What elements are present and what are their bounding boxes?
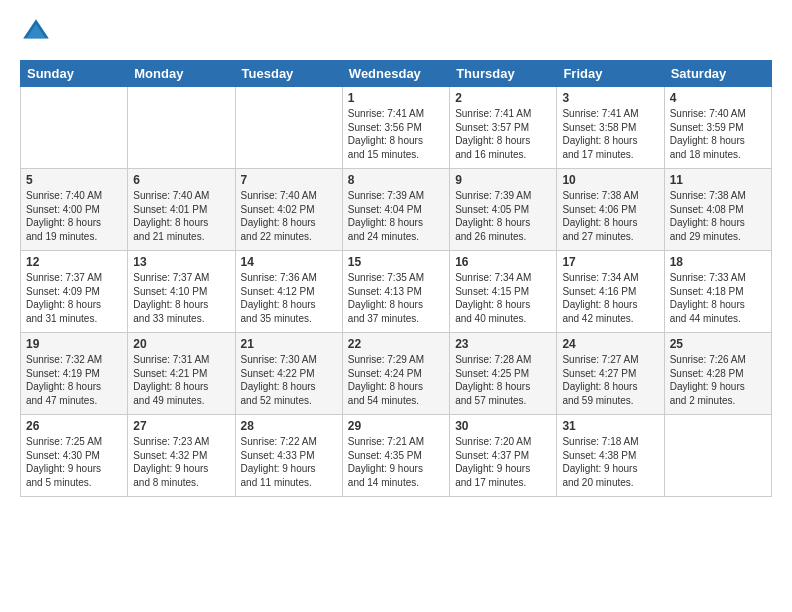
day-number: 19 (26, 337, 122, 351)
day-cell: 23Sunrise: 7:28 AM Sunset: 4:25 PM Dayli… (450, 333, 557, 415)
day-info: Sunrise: 7:40 AM Sunset: 4:01 PM Dayligh… (133, 189, 229, 243)
logo (20, 16, 56, 48)
day-number: 31 (562, 419, 658, 433)
day-info: Sunrise: 7:37 AM Sunset: 4:10 PM Dayligh… (133, 271, 229, 325)
day-number: 25 (670, 337, 766, 351)
day-number: 14 (241, 255, 337, 269)
day-info: Sunrise: 7:21 AM Sunset: 4:35 PM Dayligh… (348, 435, 444, 489)
calendar-table: SundayMondayTuesdayWednesdayThursdayFrid… (20, 60, 772, 497)
day-cell (128, 87, 235, 169)
day-cell: 4Sunrise: 7:40 AM Sunset: 3:59 PM Daylig… (664, 87, 771, 169)
day-number: 15 (348, 255, 444, 269)
day-cell: 17Sunrise: 7:34 AM Sunset: 4:16 PM Dayli… (557, 251, 664, 333)
week-row-1: 1Sunrise: 7:41 AM Sunset: 3:56 PM Daylig… (21, 87, 772, 169)
day-cell: 22Sunrise: 7:29 AM Sunset: 4:24 PM Dayli… (342, 333, 449, 415)
weekday-header-thursday: Thursday (450, 61, 557, 87)
day-info: Sunrise: 7:23 AM Sunset: 4:32 PM Dayligh… (133, 435, 229, 489)
logo-icon (20, 16, 52, 48)
day-number: 3 (562, 91, 658, 105)
day-number: 11 (670, 173, 766, 187)
day-number: 16 (455, 255, 551, 269)
day-cell: 18Sunrise: 7:33 AM Sunset: 4:18 PM Dayli… (664, 251, 771, 333)
day-cell: 1Sunrise: 7:41 AM Sunset: 3:56 PM Daylig… (342, 87, 449, 169)
day-info: Sunrise: 7:41 AM Sunset: 3:58 PM Dayligh… (562, 107, 658, 161)
day-cell: 12Sunrise: 7:37 AM Sunset: 4:09 PM Dayli… (21, 251, 128, 333)
day-number: 4 (670, 91, 766, 105)
day-number: 7 (241, 173, 337, 187)
day-number: 6 (133, 173, 229, 187)
day-number: 28 (241, 419, 337, 433)
day-cell: 25Sunrise: 7:26 AM Sunset: 4:28 PM Dayli… (664, 333, 771, 415)
day-info: Sunrise: 7:27 AM Sunset: 4:27 PM Dayligh… (562, 353, 658, 407)
day-cell (235, 87, 342, 169)
day-info: Sunrise: 7:29 AM Sunset: 4:24 PM Dayligh… (348, 353, 444, 407)
day-number: 26 (26, 419, 122, 433)
weekday-header-sunday: Sunday (21, 61, 128, 87)
day-info: Sunrise: 7:39 AM Sunset: 4:04 PM Dayligh… (348, 189, 444, 243)
day-cell: 3Sunrise: 7:41 AM Sunset: 3:58 PM Daylig… (557, 87, 664, 169)
day-cell: 20Sunrise: 7:31 AM Sunset: 4:21 PM Dayli… (128, 333, 235, 415)
day-info: Sunrise: 7:41 AM Sunset: 3:57 PM Dayligh… (455, 107, 551, 161)
day-cell (664, 415, 771, 497)
day-number: 8 (348, 173, 444, 187)
day-info: Sunrise: 7:33 AM Sunset: 4:18 PM Dayligh… (670, 271, 766, 325)
header (20, 16, 772, 48)
week-row-4: 19Sunrise: 7:32 AM Sunset: 4:19 PM Dayli… (21, 333, 772, 415)
day-cell (21, 87, 128, 169)
day-number: 29 (348, 419, 444, 433)
day-info: Sunrise: 7:38 AM Sunset: 4:08 PM Dayligh… (670, 189, 766, 243)
day-info: Sunrise: 7:26 AM Sunset: 4:28 PM Dayligh… (670, 353, 766, 407)
page: SundayMondayTuesdayWednesdayThursdayFrid… (0, 0, 792, 612)
day-info: Sunrise: 7:28 AM Sunset: 4:25 PM Dayligh… (455, 353, 551, 407)
day-cell: 27Sunrise: 7:23 AM Sunset: 4:32 PM Dayli… (128, 415, 235, 497)
day-cell: 5Sunrise: 7:40 AM Sunset: 4:00 PM Daylig… (21, 169, 128, 251)
day-cell: 9Sunrise: 7:39 AM Sunset: 4:05 PM Daylig… (450, 169, 557, 251)
day-info: Sunrise: 7:36 AM Sunset: 4:12 PM Dayligh… (241, 271, 337, 325)
day-number: 2 (455, 91, 551, 105)
day-cell: 11Sunrise: 7:38 AM Sunset: 4:08 PM Dayli… (664, 169, 771, 251)
day-number: 5 (26, 173, 122, 187)
day-info: Sunrise: 7:34 AM Sunset: 4:16 PM Dayligh… (562, 271, 658, 325)
day-info: Sunrise: 7:40 AM Sunset: 3:59 PM Dayligh… (670, 107, 766, 161)
weekday-header-friday: Friday (557, 61, 664, 87)
weekday-header-row: SundayMondayTuesdayWednesdayThursdayFrid… (21, 61, 772, 87)
day-number: 27 (133, 419, 229, 433)
day-number: 30 (455, 419, 551, 433)
day-info: Sunrise: 7:22 AM Sunset: 4:33 PM Dayligh… (241, 435, 337, 489)
day-info: Sunrise: 7:30 AM Sunset: 4:22 PM Dayligh… (241, 353, 337, 407)
day-info: Sunrise: 7:41 AM Sunset: 3:56 PM Dayligh… (348, 107, 444, 161)
day-info: Sunrise: 7:39 AM Sunset: 4:05 PM Dayligh… (455, 189, 551, 243)
weekday-header-monday: Monday (128, 61, 235, 87)
day-cell: 10Sunrise: 7:38 AM Sunset: 4:06 PM Dayli… (557, 169, 664, 251)
day-cell: 24Sunrise: 7:27 AM Sunset: 4:27 PM Dayli… (557, 333, 664, 415)
day-info: Sunrise: 7:35 AM Sunset: 4:13 PM Dayligh… (348, 271, 444, 325)
day-info: Sunrise: 7:32 AM Sunset: 4:19 PM Dayligh… (26, 353, 122, 407)
day-cell: 7Sunrise: 7:40 AM Sunset: 4:02 PM Daylig… (235, 169, 342, 251)
day-number: 23 (455, 337, 551, 351)
day-cell: 13Sunrise: 7:37 AM Sunset: 4:10 PM Dayli… (128, 251, 235, 333)
day-info: Sunrise: 7:25 AM Sunset: 4:30 PM Dayligh… (26, 435, 122, 489)
day-info: Sunrise: 7:34 AM Sunset: 4:15 PM Dayligh… (455, 271, 551, 325)
day-number: 17 (562, 255, 658, 269)
weekday-header-tuesday: Tuesday (235, 61, 342, 87)
day-number: 18 (670, 255, 766, 269)
day-cell: 2Sunrise: 7:41 AM Sunset: 3:57 PM Daylig… (450, 87, 557, 169)
day-info: Sunrise: 7:37 AM Sunset: 4:09 PM Dayligh… (26, 271, 122, 325)
calendar-header: SundayMondayTuesdayWednesdayThursdayFrid… (21, 61, 772, 87)
day-cell: 8Sunrise: 7:39 AM Sunset: 4:04 PM Daylig… (342, 169, 449, 251)
day-cell: 14Sunrise: 7:36 AM Sunset: 4:12 PM Dayli… (235, 251, 342, 333)
calendar-body: 1Sunrise: 7:41 AM Sunset: 3:56 PM Daylig… (21, 87, 772, 497)
day-number: 9 (455, 173, 551, 187)
day-info: Sunrise: 7:18 AM Sunset: 4:38 PM Dayligh… (562, 435, 658, 489)
day-cell: 26Sunrise: 7:25 AM Sunset: 4:30 PM Dayli… (21, 415, 128, 497)
day-info: Sunrise: 7:31 AM Sunset: 4:21 PM Dayligh… (133, 353, 229, 407)
day-number: 21 (241, 337, 337, 351)
day-cell: 19Sunrise: 7:32 AM Sunset: 4:19 PM Dayli… (21, 333, 128, 415)
week-row-2: 5Sunrise: 7:40 AM Sunset: 4:00 PM Daylig… (21, 169, 772, 251)
day-number: 20 (133, 337, 229, 351)
day-number: 24 (562, 337, 658, 351)
day-cell: 29Sunrise: 7:21 AM Sunset: 4:35 PM Dayli… (342, 415, 449, 497)
day-number: 13 (133, 255, 229, 269)
day-number: 22 (348, 337, 444, 351)
day-info: Sunrise: 7:38 AM Sunset: 4:06 PM Dayligh… (562, 189, 658, 243)
